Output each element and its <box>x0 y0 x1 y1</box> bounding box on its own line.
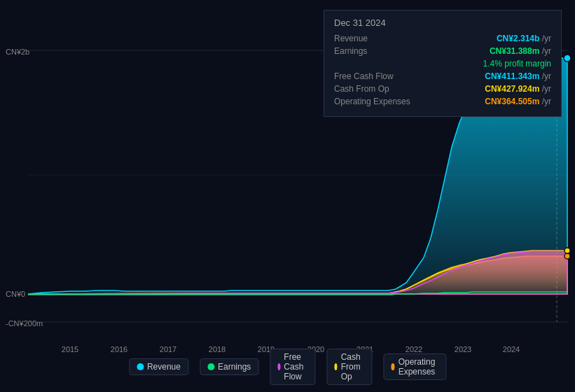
tooltip-row-earnings: Earnings CN¥31.388m /yr <box>334 46 551 56</box>
legend-label-opex: Operating Expenses <box>399 357 438 377</box>
y-label-neg200m: -CN¥200m <box>6 319 43 328</box>
legend-earnings[interactable]: Earnings <box>200 358 258 375</box>
x-label-2023: 2023 <box>455 345 471 354</box>
legend: Revenue Earnings Free Cash Flow Cash Fro… <box>129 349 446 385</box>
legend-label-revenue: Revenue <box>147 362 181 372</box>
svg-point-6 <box>564 253 570 259</box>
legend-dot-opex <box>391 363 394 370</box>
legend-dot-earnings <box>207 363 214 370</box>
legend-dot-fcf <box>277 363 280 370</box>
legend-revenue[interactable]: Revenue <box>129 358 188 375</box>
legend-cashfromop[interactable]: Cash From Op <box>326 349 372 385</box>
x-label-2024: 2024 <box>503 345 520 354</box>
tooltip-panel: Dec 31 2024 Revenue CN¥2.314b /yr Earnin… <box>324 10 562 117</box>
svg-point-5 <box>564 55 571 62</box>
legend-label-cashfromop: Cash From Op <box>341 352 365 382</box>
legend-dot-revenue <box>137 363 144 370</box>
legend-fcf[interactable]: Free Cash Flow <box>270 349 315 385</box>
tooltip-row-fcf: Free Cash Flow CN¥411.343m /yr <box>334 71 551 81</box>
x-label-2015: 2015 <box>62 345 78 354</box>
y-label-0: CN¥0 <box>6 290 25 298</box>
tooltip-profit-margin: 1.4% profit margin <box>334 59 551 69</box>
svg-point-7 <box>564 248 570 253</box>
chart-container: Dec 31 2024 Revenue CN¥2.314b /yr Earnin… <box>0 0 575 392</box>
legend-opex[interactable]: Operating Expenses <box>383 354 446 380</box>
tooltip-date: Dec 31 2024 <box>334 18 551 28</box>
tooltip-row-opex: Operating Expenses CN¥364.505m /yr <box>334 97 551 106</box>
legend-dot-cashfromop <box>334 363 337 370</box>
x-label-2016: 2016 <box>111 345 127 354</box>
tooltip-row-cashfromop: Cash From Op CN¥427.924m /yr <box>334 84 551 94</box>
tooltip-row-revenue: Revenue CN¥2.314b /yr <box>334 34 551 43</box>
legend-label-earnings: Earnings <box>218 362 251 372</box>
y-label-2b: CN¥2b <box>6 48 29 56</box>
legend-label-fcf: Free Cash Flow <box>284 352 307 382</box>
